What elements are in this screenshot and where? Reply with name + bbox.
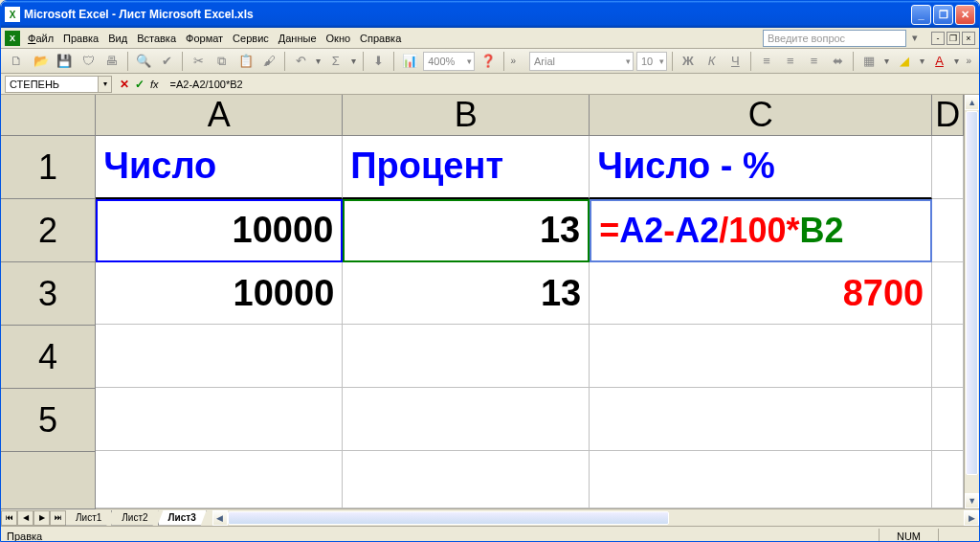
merge-center-icon[interactable]: ⬌: [827, 51, 848, 72]
align-left-icon[interactable]: ≡: [756, 51, 777, 72]
menu-view[interactable]: Вид: [108, 33, 127, 44]
tab-nav-first-icon[interactable]: ⏮: [1, 510, 17, 526]
name-box[interactable]: СТЕПЕНЬ: [5, 76, 99, 93]
cell-c3[interactable]: 8700: [590, 262, 932, 326]
hscroll-track[interactable]: [228, 510, 964, 526]
doc-restore-button[interactable]: ❐: [947, 32, 960, 45]
permission-icon[interactable]: 🛡: [78, 51, 99, 72]
menu-data[interactable]: Данные: [278, 33, 317, 44]
cell-d5[interactable]: [932, 388, 964, 451]
cut-icon[interactable]: ✂: [188, 51, 209, 72]
scroll-thumb[interactable]: [966, 111, 978, 475]
col-header-c[interactable]: C: [590, 95, 932, 136]
row-header-3[interactable]: 3: [1, 262, 96, 326]
save-icon[interactable]: 💾: [55, 51, 76, 72]
cell-b3[interactable]: 13: [343, 262, 590, 326]
print-icon[interactable]: 🖶: [101, 51, 122, 72]
row-header-6[interactable]: [1, 452, 96, 509]
col-header-b[interactable]: B: [343, 95, 590, 136]
cell-a3[interactable]: 10000: [96, 262, 343, 326]
cell-a1[interactable]: Число: [96, 136, 343, 199]
cell-b5[interactable]: [343, 388, 590, 451]
maximize-button[interactable]: ❐: [933, 5, 953, 25]
fill-color-icon[interactable]: ◢: [894, 51, 915, 72]
scroll-left-icon[interactable]: ◀: [212, 510, 228, 526]
scroll-right-icon[interactable]: ▶: [964, 510, 979, 526]
format-overflow-icon[interactable]: »: [964, 56, 973, 66]
undo-dropdown-icon[interactable]: ▾: [314, 56, 323, 66]
zoom-combo[interactable]: 400%: [423, 52, 475, 71]
underline-icon[interactable]: Ч: [724, 51, 746, 72]
sheet-tab-1[interactable]: Лист1: [65, 510, 112, 526]
cell-d6[interactable]: [932, 451, 964, 508]
cell-b2[interactable]: 13: [343, 199, 590, 262]
new-icon[interactable]: 🗋: [7, 51, 28, 72]
tab-nav-next-icon[interactable]: ▶: [33, 510, 50, 526]
minimize-button[interactable]: _: [911, 5, 931, 25]
chart-icon[interactable]: 📊: [399, 51, 420, 72]
menu-insert[interactable]: Вставка: [137, 33, 176, 44]
font-size-combo[interactable]: 10: [636, 52, 667, 71]
toolbar-overflow-icon[interactable]: »: [509, 56, 519, 66]
font-color-dropdown-icon[interactable]: ▾: [952, 56, 961, 66]
hscroll-thumb[interactable]: [228, 511, 670, 525]
select-all-corner[interactable]: [1, 95, 96, 136]
borders-dropdown-icon[interactable]: ▾: [882, 56, 891, 66]
menu-format[interactable]: Формат: [186, 33, 223, 44]
format-painter-icon[interactable]: 🖌: [258, 51, 279, 72]
cell-c6[interactable]: [590, 451, 932, 508]
sort-icon[interactable]: ⬇: [368, 51, 390, 72]
menu-help[interactable]: Справка: [360, 33, 401, 44]
excel-doc-icon[interactable]: X: [5, 31, 20, 46]
cell-d4[interactable]: [932, 325, 964, 388]
undo-icon[interactable]: ↶: [290, 51, 311, 72]
align-center-icon[interactable]: ≡: [780, 51, 801, 72]
enter-formula-icon[interactable]: ✓: [135, 78, 145, 91]
cancel-formula-icon[interactable]: ✕: [120, 78, 129, 91]
formula-input[interactable]: =A2-A2/100*B2: [167, 79, 975, 90]
cell-c5[interactable]: [590, 388, 932, 451]
row-header-5[interactable]: 5: [1, 389, 96, 452]
cell-d3[interactable]: [932, 262, 964, 326]
cell-b4[interactable]: [343, 325, 590, 388]
menu-tools[interactable]: Сервис: [233, 33, 269, 44]
copy-icon[interactable]: ⧉: [212, 51, 233, 72]
help-dropdown-icon[interactable]: ▾: [912, 32, 918, 44]
menu-file[interactable]: Файл: [28, 33, 54, 44]
menu-edit[interactable]: Правка: [63, 33, 99, 44]
cell-b6[interactable]: [343, 451, 590, 508]
close-button[interactable]: ✕: [955, 5, 975, 25]
col-header-a[interactable]: A: [96, 95, 343, 136]
sheet-tab-3[interactable]: Лист3: [158, 510, 207, 526]
cell-c4[interactable]: [590, 325, 932, 388]
open-icon[interactable]: 📂: [31, 51, 52, 72]
tab-nav-last-icon[interactable]: ⏭: [50, 510, 66, 526]
doc-minimize-button[interactable]: -: [931, 32, 945, 45]
cell-a5[interactable]: [96, 388, 343, 451]
help-icon[interactable]: ❓: [478, 51, 499, 72]
align-right-icon[interactable]: ≡: [804, 51, 825, 72]
tab-nav-prev-icon[interactable]: ◀: [17, 510, 33, 526]
cell-a4[interactable]: [96, 325, 343, 388]
vertical-scrollbar[interactable]: ▲ ▼: [964, 95, 979, 508]
row-header-1[interactable]: 1: [1, 136, 96, 199]
row-header-2[interactable]: 2: [1, 199, 96, 262]
paste-icon[interactable]: 📋: [235, 51, 256, 72]
menu-window[interactable]: Окно: [326, 33, 351, 44]
name-box-dropdown-icon[interactable]: ▾: [99, 76, 112, 93]
cell-d1[interactable]: [932, 136, 964, 199]
sheet-tab-2[interactable]: Лист2: [111, 510, 158, 526]
help-search-input[interactable]: Введите вопрос: [763, 30, 906, 47]
font-combo[interactable]: Arial: [529, 52, 634, 71]
cell-c1[interactable]: Число - %: [590, 136, 932, 199]
italic-icon[interactable]: К: [702, 51, 723, 72]
spelling-icon[interactable]: ✔: [156, 51, 177, 72]
borders-icon[interactable]: ▦: [858, 51, 880, 72]
col-header-d[interactable]: D: [932, 95, 964, 136]
horizontal-scrollbar[interactable]: ◀ ▶: [212, 510, 979, 526]
bold-icon[interactable]: Ж: [678, 51, 699, 72]
row-header-4[interactable]: 4: [1, 326, 96, 389]
cell-a6[interactable]: [96, 451, 343, 508]
cell-c2-editing[interactable]: =A2-A2/100*B2: [590, 199, 932, 262]
fx-icon[interactable]: fx: [150, 79, 159, 90]
